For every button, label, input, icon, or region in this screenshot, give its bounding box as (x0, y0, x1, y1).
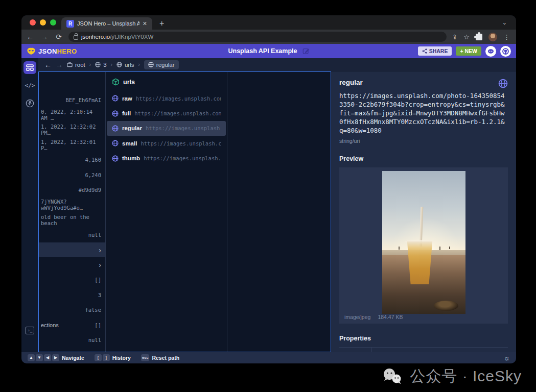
profile-avatar[interactable] (488, 33, 497, 41)
breadcrumb-item-regular[interactable]: regular (144, 60, 179, 69)
browser-tab[interactable]: R JSON Hero – Unsplash API Exa ✕ (61, 17, 152, 30)
new-document-button[interactable]: + NEW (456, 46, 481, 56)
history-hint: [ ] History (95, 354, 131, 361)
globe-icon (95, 62, 101, 67)
path-forward-icon[interactable]: → (56, 61, 63, 69)
list-item[interactable]: fullhttps://images.unsplash.com/ph… (107, 106, 226, 120)
browser-tab-strip: R JSON Hero – Unsplash API Exa ✕ + ⌄ (21, 15, 516, 30)
share-label: SHARE (429, 48, 448, 54)
file-size: 184.47 KB (378, 314, 403, 320)
list-item[interactable]: 1, 2022, 12:32:01 P… (39, 137, 105, 152)
preview-card: image/jpeg 184.47 KB (339, 167, 508, 324)
tree-view-icon (26, 99, 34, 108)
mime-type: image/jpeg (344, 314, 370, 320)
left-bracket-key-icon: [ (95, 354, 102, 361)
zoom-window-button[interactable] (50, 19, 56, 26)
minimize-window-button[interactable] (40, 19, 46, 26)
hero-mask-icon (27, 47, 36, 55)
arrow-down-key-icon: ▼ (36, 354, 43, 361)
close-window-button[interactable] (30, 19, 36, 26)
list-item-selected[interactable]: regularhttps://images.unsplash.com… (107, 121, 226, 136)
share-button[interactable]: SHARE (418, 46, 452, 56)
beach-stone (434, 301, 458, 311)
list-item-selected[interactable] (39, 242, 105, 257)
list-item[interactable]: BEF_Eh6FmAI (39, 92, 105, 107)
page-url: jsonhero.io/j/tJIKnpVtY0XW (81, 34, 153, 40)
tab-close-icon[interactable]: ✕ (143, 20, 147, 27)
edit-title-icon[interactable] (302, 47, 310, 55)
breadcrumb-item-3[interactable]: 3 (95, 62, 106, 68)
share-page-icon[interactable]: ⇪ (452, 33, 457, 41)
discord-icon (487, 48, 494, 55)
property-value[interactable]: https://images.unsplash.com/photo-164350… (372, 348, 508, 352)
list-item[interactable]: old beer on the beach (39, 212, 105, 227)
tree-view-button[interactable] (24, 97, 36, 110)
breadcrumb-item-urls[interactable]: urls (116, 62, 134, 68)
new-tab-button[interactable]: + (152, 17, 171, 30)
list-item[interactable]: #d9d9d9 (39, 182, 105, 197)
github-icon (502, 47, 509, 55)
list-item[interactable]: 7jYNGWX?wWVjYod9Ga#o… (39, 198, 105, 212)
history-label: History (112, 355, 131, 361)
list-item[interactable]: [] (39, 273, 105, 287)
list-item[interactable]: rawhttps://images.unsplash.com/ph… (107, 91, 226, 106)
bookmark-star-icon[interactable]: ☆ (463, 33, 470, 41)
breadcrumb: ← → root › 3 › urls (38, 58, 516, 71)
forward-icon[interactable]: → (40, 33, 49, 41)
tab-search-chevron-icon[interactable]: ⌄ (502, 19, 507, 26)
theme-toggle-icon[interactable]: ☼ (504, 354, 510, 362)
reload-icon[interactable]: ⟳ (54, 33, 63, 41)
path-back-icon[interactable]: ← (44, 61, 52, 69)
list-item[interactable] (39, 257, 105, 272)
urls-column: urls rawhttps://images.unsplash.com/ph… … (105, 72, 227, 352)
globe-icon (112, 155, 119, 162)
properties-table: href https://images.unsplash.com/photo-1… (339, 347, 508, 352)
list-item[interactable]: null (39, 228, 105, 242)
list-item[interactable]: 1, 2022, 12:32:02 PM… (39, 122, 105, 137)
esc-key-icon: esc (141, 354, 149, 361)
breadcrumb-separator: › (89, 62, 91, 67)
reset-path-hint: esc Reset path (141, 354, 179, 361)
github-button[interactable] (500, 46, 511, 57)
arrow-left-key-icon: ◀ (44, 354, 51, 361)
list-item[interactable]: 0, 2022, 2:10:14 AM … (39, 107, 105, 122)
list-item[interactable]: {} (39, 348, 105, 352)
list-item[interactable]: ections[] (39, 317, 105, 332)
list-item[interactable]: thumbhttps://images.unsplash.com/… (107, 151, 226, 166)
list-item[interactable]: false (39, 302, 105, 317)
back-icon[interactable]: ← (26, 33, 35, 41)
browser-menu-icon[interactable]: ⋮ (503, 33, 510, 41)
jsonhero-logo[interactable]: JSONHERO (27, 47, 77, 55)
empty-column (227, 72, 331, 352)
content-area: ← → root › 3 › urls (38, 58, 516, 352)
list-item[interactable]: smallhttps://images.unsplash.com/p… (107, 136, 226, 151)
chevron-right-icon (99, 261, 101, 269)
toolbar-right: ⇪ ☆ ⋮ (452, 33, 512, 41)
detail-value[interactable]: https://images.unsplash.com/photo-164350… (339, 91, 508, 135)
jsonhero-favicon: R (66, 20, 74, 28)
extensions-icon[interactable] (476, 34, 482, 40)
desktop-background: R JSON Hero – Unsplash API Exa ✕ + ⌄ ← →… (0, 0, 536, 392)
lock-icon (74, 35, 78, 40)
header-actions: SHARE + NEW (418, 46, 511, 57)
properties-heading: Properties (339, 335, 508, 342)
globe-icon (112, 95, 119, 102)
discord-button[interactable] (485, 46, 496, 57)
list-item[interactable]: null (39, 332, 105, 347)
address-bar[interactable]: jsonhero.io/j/tJIKnpVtY0XW (68, 32, 447, 42)
cube-icon (112, 78, 120, 86)
list-item[interactable]: 4,160 (39, 153, 105, 167)
preview-image[interactable] (382, 171, 465, 314)
preview-heading: Preview (339, 155, 508, 162)
breadcrumb-root[interactable]: root (67, 62, 85, 68)
column-view-button[interactable] (24, 61, 36, 74)
navigate-hint: ▲ ▼ ◀ ▶ Navigate (28, 354, 84, 361)
reset-path-label: Reset path (152, 355, 179, 361)
preview-caption: image/jpeg 184.47 KB (344, 314, 403, 320)
logo-text: JSONHERO (38, 47, 77, 55)
terminal-button[interactable]: ›_ (24, 324, 36, 337)
list-item[interactable]: 3 (39, 287, 105, 302)
json-view-button[interactable]: </> (24, 79, 36, 92)
view-sidebar: </> ›_ (21, 58, 38, 352)
list-item[interactable]: 6,240 (39, 167, 105, 182)
